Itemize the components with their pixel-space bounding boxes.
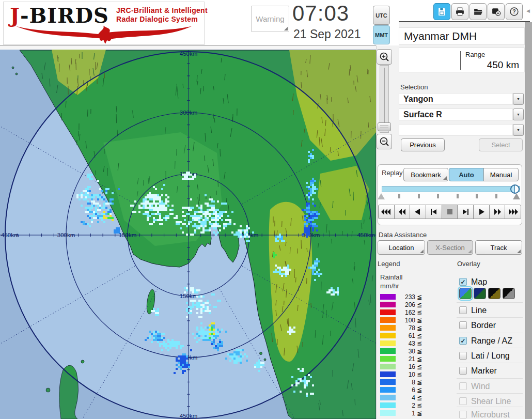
logo-tagline-1: JRC-Brilliant & Intelligent xyxy=(116,6,208,14)
legend-lte-symbol: ≦ xyxy=(417,309,422,316)
legend-value: 30 xyxy=(396,348,415,355)
svg-text:450km: 450km xyxy=(180,51,198,57)
legend-lte-symbol: ≦ xyxy=(417,293,422,301)
map-style-swatch-2[interactable] xyxy=(474,288,486,299)
warning-button[interactable]: Warning xyxy=(251,6,289,32)
checkbox-line[interactable] xyxy=(459,306,467,314)
map-style-swatches xyxy=(459,288,517,299)
mmt-toggle-button[interactable]: MMT xyxy=(373,25,390,44)
zoom-out-icon xyxy=(379,136,390,147)
legend-color-swatch xyxy=(380,294,396,300)
zoom-out-button[interactable] xyxy=(377,134,392,149)
transport-step-start-button[interactable] xyxy=(426,205,442,219)
legend-entry: 2≦ xyxy=(380,401,422,409)
range-label: Range xyxy=(465,51,485,58)
print-button[interactable] xyxy=(451,3,468,20)
legend-entry: 43≦ xyxy=(380,339,422,347)
select-button[interactable]: Select xyxy=(479,138,523,151)
ff2-icon xyxy=(492,208,503,216)
replay-start-marker[interactable] xyxy=(378,193,385,199)
zoom-in-button[interactable] xyxy=(377,49,392,65)
transport-rew2-button[interactable] xyxy=(394,205,411,219)
manual-mode-button[interactable]: Manual xyxy=(483,168,519,181)
replay-tick xyxy=(457,194,459,198)
station-name: Myanmar DMH xyxy=(399,27,525,45)
legend-value: 6 xyxy=(396,386,415,394)
map-top-strip xyxy=(0,45,376,50)
overlay-row-wind: Wind xyxy=(457,378,523,394)
checkbox-wind xyxy=(459,382,467,390)
da-x-section-button[interactable]: X-Section xyxy=(427,240,473,255)
radar-map[interactable]: 450km300km150km150km300km450km450km300km… xyxy=(0,50,376,419)
open-folder-button[interactable] xyxy=(470,3,487,20)
svg-text:450km: 450km xyxy=(180,413,198,419)
checkbox-map[interactable]: ✓ xyxy=(459,278,467,286)
previous-button[interactable]: Previous xyxy=(401,138,445,151)
back-icon xyxy=(412,208,424,216)
legend-color-swatch xyxy=(380,348,396,354)
zoom-slider-thumb[interactable] xyxy=(378,122,391,131)
save-button[interactable] xyxy=(433,3,450,20)
selection-extra-dropdown-arrow[interactable]: ▼ xyxy=(513,124,524,136)
logo-tagline-2: Radar Dialogic System xyxy=(116,15,198,23)
svg-text:300km: 300km xyxy=(57,232,75,238)
overlay-row-border: Border xyxy=(457,317,523,333)
range-value: 450 km xyxy=(487,59,519,71)
jbirds-logo: J-BIRDS JRC-Brilliant & Intelligent Rada… xyxy=(3,2,205,45)
legend-entry: 206≦ xyxy=(380,301,422,308)
selection-product-field[interactable]: Surface R xyxy=(399,108,513,120)
overlay-item-label: Shear Line xyxy=(471,397,511,406)
legend-value: 233 xyxy=(396,293,415,301)
legend-entry: 61≦ xyxy=(380,332,422,339)
legend-color-swatch xyxy=(380,302,396,307)
auto-mode-button[interactable]: Auto xyxy=(449,168,484,181)
legend-entry: 16≦ xyxy=(380,363,422,370)
selection-site-dropdown-arrow[interactable]: ▼ xyxy=(513,93,524,105)
replay-tick xyxy=(418,194,420,198)
help-button[interactable]: ? xyxy=(506,3,523,20)
legend-lte-symbol: ≦ xyxy=(417,355,422,363)
step-end-icon xyxy=(460,208,471,216)
clock-time: 07:03 xyxy=(292,1,349,26)
transport-play-button[interactable] xyxy=(473,205,490,219)
transport-ff3-button[interactable] xyxy=(505,205,521,219)
selection-extra-field[interactable] xyxy=(399,124,513,136)
legend-color-swatch xyxy=(380,340,396,346)
checkbox-border[interactable] xyxy=(459,321,467,329)
replay-progress-handle[interactable] xyxy=(510,184,520,194)
map-style-swatch-3[interactable] xyxy=(488,288,500,299)
transport-stop-button[interactable] xyxy=(442,205,458,219)
legend-color-swatch xyxy=(380,387,396,393)
selection-product-dropdown-arrow[interactable]: ▼ xyxy=(513,108,524,120)
map-style-swatch-1[interactable] xyxy=(459,288,472,299)
legend-value: 10 xyxy=(396,371,415,378)
checkbox-lati-long[interactable] xyxy=(459,352,467,360)
legend-color-swatch xyxy=(380,364,396,369)
da-location-button[interactable]: Location xyxy=(378,240,425,255)
transport-rew3-button[interactable] xyxy=(378,205,395,219)
capture-add-icon xyxy=(491,7,501,17)
overlay-row-line: Line xyxy=(457,302,523,318)
replay-progress-track[interactable] xyxy=(382,186,520,192)
capture-add-button[interactable] xyxy=(488,3,505,20)
utc-toggle-button[interactable]: UTC xyxy=(373,6,390,25)
overlay-row-microburst: Microburst xyxy=(457,407,523,419)
legend-lte-symbol: ≦ xyxy=(417,340,422,347)
legend-color-swatch xyxy=(380,333,396,338)
replay-end-marker[interactable] xyxy=(513,193,520,199)
map-style-swatch-4[interactable] xyxy=(503,288,515,299)
bookmark-button[interactable]: Bookmark xyxy=(403,168,448,181)
transport-ff2-button[interactable] xyxy=(489,205,506,219)
transport-step-end-button[interactable] xyxy=(457,205,474,219)
replay-tick xyxy=(398,194,400,198)
checkbox-range-az[interactable]: ✓ xyxy=(459,337,467,345)
replay-tick xyxy=(476,194,478,198)
svg-text:300km: 300km xyxy=(180,110,198,116)
legend-entry: 162≦ xyxy=(380,308,422,316)
panel-collapse-arrow[interactable]: ◀ xyxy=(526,8,530,13)
selection-site-field[interactable]: Yangon xyxy=(399,93,513,105)
legend-entry: 30≦ xyxy=(380,347,422,355)
checkbox-marker[interactable] xyxy=(459,367,467,375)
da-track-button[interactable]: Track xyxy=(475,240,522,255)
transport-back-button[interactable] xyxy=(410,205,426,219)
